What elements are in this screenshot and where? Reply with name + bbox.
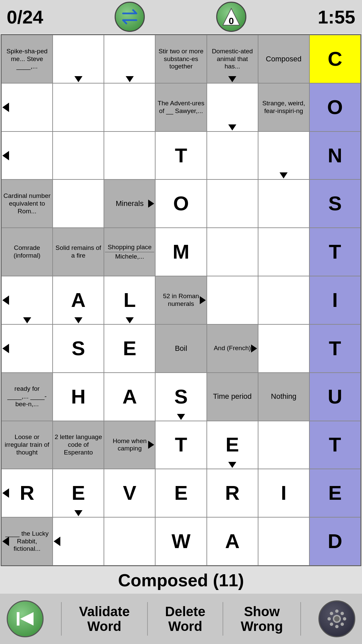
cell-r7c5[interactable]: And (French)	[207, 324, 258, 373]
cell-r11c3[interactable]	[104, 517, 155, 566]
cell-r9c5[interactable]: E	[207, 421, 258, 469]
cell-r1c3[interactable]	[104, 35, 155, 83]
cell-r11c4[interactable]: W	[155, 517, 206, 566]
cell-r4c6[interactable]	[258, 179, 309, 228]
cell-r10c3[interactable]: V	[104, 469, 155, 517]
cell-r9c1[interactable]: Loose or irregular train of thought	[1, 421, 53, 469]
cell-r2c1[interactable]	[1, 83, 53, 131]
cell-r9c7[interactable]: T	[309, 421, 361, 469]
cell-r6c4[interactable]: 52 in Roman numerals	[155, 276, 206, 324]
svg-point-8	[327, 617, 331, 621]
cell-r4c3[interactable]: Minerals	[104, 179, 155, 228]
cell-r5c1[interactable]: Comrade (informal)	[1, 228, 53, 276]
cell-r5c7[interactable]: T	[309, 228, 361, 276]
cell-r7c3[interactable]: E	[104, 324, 155, 373]
cell-r5c6[interactable]	[258, 228, 309, 276]
cell-r1c2[interactable]	[53, 35, 104, 83]
arrow-left-r11c1	[2, 537, 9, 546]
delete-word-button[interactable]: DeleteWord	[165, 604, 205, 634]
cell-r4c4[interactable]: O	[155, 179, 206, 228]
cell-r2c6[interactable]: Strange, weird, fear-inspiri-ng	[258, 83, 309, 131]
arrow-left-r6c1	[2, 296, 9, 305]
back-button[interactable]	[7, 600, 44, 637]
cell-r6c2[interactable]: A	[53, 276, 104, 324]
cell-r4c1[interactable]: Cardinal number equivalent to Rom...	[1, 179, 53, 228]
arrow-left-r10c1	[2, 488, 9, 498]
cell-r9c3[interactable]: Home when camping	[104, 421, 155, 469]
arrow-left-r3c1	[2, 151, 9, 160]
cell-r10c4[interactable]: E	[155, 469, 206, 517]
cell-r3c6[interactable]	[258, 131, 309, 180]
cell-r10c7[interactable]: E	[309, 469, 361, 517]
cell-r5c3[interactable]: Shopping place Michele,...	[104, 228, 155, 276]
swap-button[interactable]	[115, 2, 145, 32]
show-wrong-label: ShowWrong	[241, 604, 283, 634]
cell-r6c7[interactable]: I	[309, 276, 361, 324]
cell-r9c6[interactable]	[258, 421, 309, 469]
svg-point-9	[343, 617, 346, 621]
cell-r3c5[interactable]	[207, 131, 258, 180]
cell-r10c5[interactable]: R	[207, 469, 258, 517]
cell-r4c7[interactable]: S	[309, 179, 361, 228]
cell-r5c2[interactable]: Solid remains of a fire	[53, 228, 104, 276]
settings-button[interactable]	[318, 600, 355, 637]
cell-r3c1[interactable]	[1, 131, 53, 180]
arrow-down-r1c5	[228, 76, 236, 82]
crossword-grid: Spike-sha-ped me... Steve ____,... Stir …	[1, 34, 361, 566]
cell-r1c6[interactable]: Composed	[258, 35, 309, 83]
divider-3	[223, 602, 223, 636]
cell-r7c2[interactable]: S	[53, 324, 104, 373]
cell-r8c7[interactable]: U	[309, 373, 361, 421]
cell-r4c2[interactable]	[53, 179, 104, 228]
arrow-down-r8c4	[177, 414, 185, 420]
cell-r8c2[interactable]: H	[53, 373, 104, 421]
cell-r5c5[interactable]	[207, 228, 258, 276]
status-bar: Composed (11)	[0, 567, 362, 594]
cell-r1c7[interactable]: C	[309, 35, 361, 83]
cell-r2c2[interactable]	[53, 83, 104, 131]
svg-text:0: 0	[229, 16, 234, 26]
cell-r1c1[interactable]: Spike-sha-ped me... Steve ____,...	[1, 35, 53, 83]
cell-r2c3[interactable]	[104, 83, 155, 131]
show-wrong-button[interactable]: ShowWrong	[241, 604, 283, 634]
cell-r7c7[interactable]: T	[309, 324, 361, 373]
cell-r1c5[interactable]: Domestic-ated animal that has...	[207, 35, 258, 83]
cell-r6c6[interactable]	[258, 276, 309, 324]
cell-r3c7[interactable]: N	[309, 131, 361, 180]
svg-marker-2	[20, 612, 34, 626]
arrow-left-r2c1	[2, 103, 9, 112]
cell-r11c7[interactable]: D	[309, 517, 361, 566]
cell-r8c5[interactable]: Time period	[207, 373, 258, 421]
cell-r8c4[interactable]: S	[155, 373, 206, 421]
cell-r2c4[interactable]: The Advent-ures of __ Sawyer,...	[155, 83, 206, 131]
arrow-left-r11c2-inner	[54, 537, 60, 546]
cell-r10c1[interactable]: R	[1, 469, 53, 517]
cell-r6c1[interactable]	[1, 276, 53, 324]
cell-r7c6[interactable]	[258, 324, 309, 373]
cell-r11c5[interactable]: A	[207, 517, 258, 566]
cell-r3c4[interactable]: T	[155, 131, 206, 180]
cell-r6c3[interactable]: L	[104, 276, 155, 324]
validate-word-button[interactable]: ValidateWord	[79, 604, 130, 634]
cell-r8c3[interactable]: A	[104, 373, 155, 421]
cell-r4c5[interactable]	[207, 179, 258, 228]
cell-r9c4[interactable]: T	[155, 421, 206, 469]
cell-r11c6[interactable]	[258, 517, 309, 566]
cell-r7c1[interactable]	[1, 324, 53, 373]
cell-r9c2[interactable]: 2 letter language code of Esperanto	[53, 421, 104, 469]
cell-r2c5[interactable]	[207, 83, 258, 131]
cell-r5c4[interactable]: M	[155, 228, 206, 276]
cell-r2c7[interactable]: O	[309, 83, 361, 131]
cell-r6c5[interactable]	[207, 276, 258, 324]
cell-r11c1[interactable]: ____ the Lucky Rabbit, fictional...	[1, 517, 53, 566]
cell-r3c2[interactable]	[53, 131, 104, 180]
cell-r10c6[interactable]: I	[258, 469, 309, 517]
count-button[interactable]: 0	[216, 2, 246, 32]
cell-r8c6[interactable]: Nothing	[258, 373, 309, 421]
cell-r11c2[interactable]	[53, 517, 104, 566]
cell-r7c4[interactable]: Boil	[155, 324, 206, 373]
cell-r3c3[interactable]	[104, 131, 155, 180]
cell-r10c2[interactable]: E	[53, 469, 104, 517]
cell-r8c1[interactable]: ready for ____,... ____-bee-n,...	[1, 373, 53, 421]
cell-r1c4[interactable]: Stir two or more substanc-es together	[155, 35, 206, 83]
